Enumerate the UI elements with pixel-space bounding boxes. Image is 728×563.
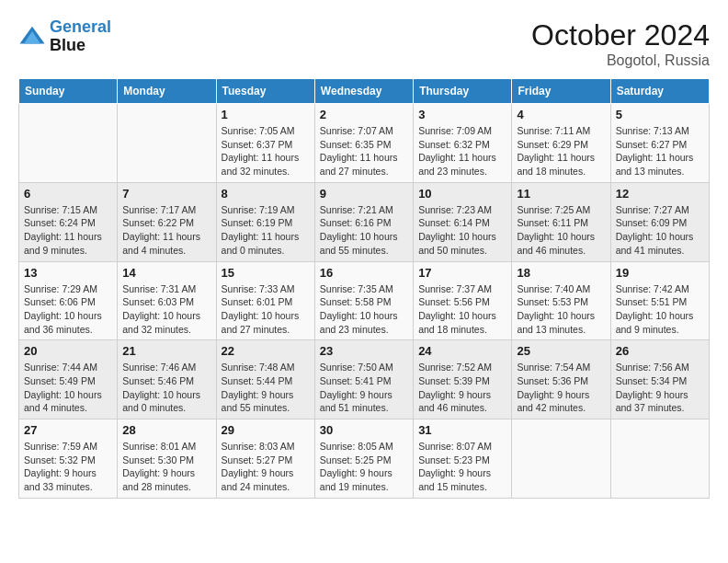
day-number: 27 [24, 423, 112, 437]
day-info: Sunrise: 7:48 AMSunset: 5:44 PMDaylight:… [222, 361, 310, 415]
day-info: Sunrise: 7:35 AMSunset: 5:58 PMDaylight:… [320, 282, 408, 337]
day-info: Sunrise: 7:44 AMSunset: 5:49 PMDaylight:… [24, 361, 112, 415]
day-info: Sunrise: 7:31 AMSunset: 6:03 PMDaylight:… [122, 282, 210, 337]
day-info: Sunrise: 7:13 AMSunset: 6:27 PMDaylight:… [616, 124, 704, 178]
calendar-cell: 19Sunrise: 7:42 AMSunset: 5:51 PMDayligh… [610, 261, 709, 340]
weekday-monday: Monday [118, 79, 216, 104]
calendar-cell: 24Sunrise: 7:52 AMSunset: 5:39 PMDayligh… [414, 340, 512, 419]
day-info: Sunrise: 7:42 AMSunset: 5:51 PMDaylight:… [616, 282, 704, 337]
logo: General Blue [18, 18, 111, 55]
day-number: 17 [418, 266, 506, 280]
calendar-cell: 31Sunrise: 8:07 AMSunset: 5:23 PMDayligh… [414, 419, 512, 499]
day-info: Sunrise: 7:40 AMSunset: 5:53 PMDaylight:… [517, 282, 605, 337]
calendar-cell: 21Sunrise: 7:46 AMSunset: 5:46 PMDayligh… [118, 340, 216, 419]
calendar-cell: 26Sunrise: 7:56 AMSunset: 5:34 PMDayligh… [610, 340, 709, 419]
day-info: Sunrise: 7:17 AMSunset: 6:22 PMDaylight:… [122, 203, 210, 258]
day-info: Sunrise: 7:09 AMSunset: 6:32 PMDaylight:… [418, 124, 506, 178]
calendar-cell: 30Sunrise: 8:05 AMSunset: 5:25 PMDayligh… [314, 419, 413, 499]
calendar-cell: 17Sunrise: 7:37 AMSunset: 5:56 PMDayligh… [414, 261, 512, 340]
day-number: 9 [320, 187, 408, 201]
day-number: 23 [320, 344, 408, 358]
calendar-cell: 12Sunrise: 7:27 AMSunset: 6:09 PMDayligh… [610, 182, 709, 261]
calendar-cell: 18Sunrise: 7:40 AMSunset: 5:53 PMDayligh… [512, 261, 610, 340]
title-block: October 2024 Bogotol, Russia [531, 18, 710, 69]
day-info: Sunrise: 8:07 AMSunset: 5:23 PMDaylight:… [418, 440, 506, 494]
weekday-friday: Friday [512, 79, 610, 104]
calendar-cell: 1Sunrise: 7:05 AMSunset: 6:37 PMDaylight… [216, 104, 314, 183]
day-number: 28 [122, 423, 210, 437]
day-info: Sunrise: 7:52 AMSunset: 5:39 PMDaylight:… [418, 361, 506, 415]
calendar-cell: 25Sunrise: 7:54 AMSunset: 5:36 PMDayligh… [512, 340, 610, 419]
logo-line1: General [50, 17, 111, 36]
calendar-cell [512, 419, 610, 499]
day-info: Sunrise: 7:56 AMSunset: 5:34 PMDaylight:… [616, 361, 704, 415]
day-number: 24 [418, 344, 506, 358]
week-row-1: 1Sunrise: 7:05 AMSunset: 6:37 PMDaylight… [19, 104, 710, 183]
calendar-cell: 8Sunrise: 7:19 AMSunset: 6:19 PMDaylight… [216, 182, 314, 261]
calendar-cell: 6Sunrise: 7:15 AMSunset: 6:24 PMDaylight… [19, 182, 118, 261]
day-info: Sunrise: 7:21 AMSunset: 6:16 PMDaylight:… [320, 203, 408, 258]
day-number: 26 [616, 344, 704, 358]
day-number: 18 [517, 266, 605, 280]
day-number: 3 [418, 108, 506, 121]
day-number: 15 [222, 266, 310, 280]
day-info: Sunrise: 7:29 AMSunset: 6:06 PMDaylight:… [24, 282, 112, 337]
calendar-cell: 10Sunrise: 7:23 AMSunset: 6:14 PMDayligh… [414, 182, 512, 261]
day-number: 13 [24, 266, 112, 280]
calendar-cell: 15Sunrise: 7:33 AMSunset: 6:01 PMDayligh… [216, 261, 314, 340]
page-header: General Blue October 2024 Bogotol, Russi… [18, 18, 710, 69]
day-number: 12 [616, 187, 704, 201]
calendar-cell: 23Sunrise: 7:50 AMSunset: 5:41 PMDayligh… [314, 340, 413, 419]
day-info: Sunrise: 8:01 AMSunset: 5:30 PMDaylight:… [122, 440, 210, 494]
calendar-cell: 28Sunrise: 8:01 AMSunset: 5:30 PMDayligh… [118, 419, 216, 499]
calendar-cell: 9Sunrise: 7:21 AMSunset: 6:16 PMDaylight… [314, 182, 413, 261]
calendar-cell: 16Sunrise: 7:35 AMSunset: 5:58 PMDayligh… [314, 261, 413, 340]
logo-text: General Blue [50, 18, 111, 55]
day-info: Sunrise: 8:03 AMSunset: 5:27 PMDaylight:… [222, 440, 310, 494]
day-info: Sunrise: 7:11 AMSunset: 6:29 PMDaylight:… [517, 124, 605, 178]
day-number: 1 [222, 108, 310, 121]
calendar-table: SundayMondayTuesdayWednesdayThursdayFrid… [18, 78, 710, 499]
day-info: Sunrise: 7:19 AMSunset: 6:19 PMDaylight:… [222, 203, 310, 258]
calendar-cell: 27Sunrise: 7:59 AMSunset: 5:32 PMDayligh… [19, 419, 118, 499]
weekday-thursday: Thursday [414, 79, 512, 104]
day-number: 19 [616, 266, 704, 280]
calendar-cell: 3Sunrise: 7:09 AMSunset: 6:32 PMDaylight… [414, 104, 512, 183]
day-number: 10 [418, 187, 506, 201]
day-info: Sunrise: 8:05 AMSunset: 5:25 PMDaylight:… [320, 440, 408, 494]
day-info: Sunrise: 7:54 AMSunset: 5:36 PMDaylight:… [517, 361, 605, 415]
week-row-4: 20Sunrise: 7:44 AMSunset: 5:49 PMDayligh… [19, 340, 710, 419]
week-row-2: 6Sunrise: 7:15 AMSunset: 6:24 PMDaylight… [19, 182, 710, 261]
weekday-sunday: Sunday [19, 79, 118, 104]
day-number: 29 [222, 423, 310, 437]
day-info: Sunrise: 7:05 AMSunset: 6:37 PMDaylight:… [222, 124, 310, 178]
calendar-cell: 22Sunrise: 7:48 AMSunset: 5:44 PMDayligh… [216, 340, 314, 419]
day-info: Sunrise: 7:07 AMSunset: 6:35 PMDaylight:… [320, 124, 408, 178]
day-number: 21 [122, 344, 210, 358]
week-row-5: 27Sunrise: 7:59 AMSunset: 5:32 PMDayligh… [19, 419, 710, 499]
month-title: October 2024 [531, 18, 710, 52]
day-number: 30 [320, 423, 408, 437]
logo-line2: Blue [50, 37, 111, 55]
calendar-cell: 4Sunrise: 7:11 AMSunset: 6:29 PMDaylight… [512, 104, 610, 183]
day-number: 4 [517, 108, 605, 121]
calendar-body: 1Sunrise: 7:05 AMSunset: 6:37 PMDaylight… [19, 104, 710, 499]
day-info: Sunrise: 7:37 AMSunset: 5:56 PMDaylight:… [418, 282, 506, 337]
day-number: 25 [517, 344, 605, 358]
day-number: 31 [418, 423, 506, 437]
day-number: 22 [222, 344, 310, 358]
day-info: Sunrise: 7:27 AMSunset: 6:09 PMDaylight:… [616, 203, 704, 258]
calendar-cell: 11Sunrise: 7:25 AMSunset: 6:11 PMDayligh… [512, 182, 610, 261]
week-row-3: 13Sunrise: 7:29 AMSunset: 6:06 PMDayligh… [19, 261, 710, 340]
weekday-wednesday: Wednesday [314, 79, 413, 104]
calendar-cell [19, 104, 118, 183]
day-number: 14 [122, 266, 210, 280]
day-info: Sunrise: 7:59 AMSunset: 5:32 PMDaylight:… [24, 440, 112, 494]
day-info: Sunrise: 7:46 AMSunset: 5:46 PMDaylight:… [122, 361, 210, 415]
calendar-cell: 13Sunrise: 7:29 AMSunset: 6:06 PMDayligh… [19, 261, 118, 340]
day-info: Sunrise: 7:25 AMSunset: 6:11 PMDaylight:… [517, 203, 605, 258]
weekday-header-row: SundayMondayTuesdayWednesdayThursdayFrid… [19, 79, 710, 104]
day-number: 7 [122, 187, 210, 201]
day-number: 16 [320, 266, 408, 280]
calendar-cell: 7Sunrise: 7:17 AMSunset: 6:22 PMDaylight… [118, 182, 216, 261]
